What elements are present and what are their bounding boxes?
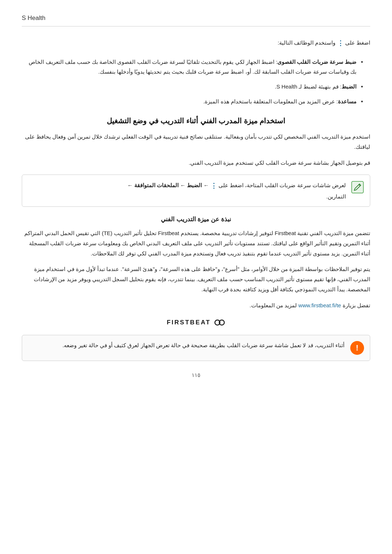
feature-list: ضبط سرعة ضربات القلب القصوى: اضبط الجهاز… — [22, 57, 370, 106]
firstbeat-link: www.firstbeat.fi/te — [298, 302, 341, 308]
list-item-help: مساعدة: عرض المزيد من المعلومات المتعلقة… — [22, 97, 363, 106]
page-container: S Health اضغط على ⋮ واستخدم الوظائف التا… — [0, 0, 392, 554]
warning-text-content: أثناء التدريب، قد لا تعمل شاشة سرعة ضربا… — [27, 340, 344, 350]
body-para-1: استخدم ميزة التدريب الفني المخصص لكي تتد… — [22, 132, 370, 152]
intro-section: اضغط على ⋮ واستخدم الوظائف التالية: — [22, 37, 370, 49]
keyword-settings: الضبط — [342, 83, 356, 90]
callout-box-screens: لعرض شاشات سرعة ضربات القلب المتاحة، اضغ… — [22, 175, 370, 207]
warning-box: ! أثناء التدريب، قد لا تعمل شاشة سرعة ضر… — [22, 335, 370, 361]
firstbeat-logo-section: FIRSTBEAT — [22, 317, 370, 328]
keyword-help: مساعدة — [338, 98, 356, 104]
firstbeat-logo-icon — [214, 317, 225, 328]
firstbeat-para-1: تتضمن ميزة التدريب الفني تقنية Firstbeat… — [22, 228, 370, 258]
dots-symbol: ⋮ — [337, 37, 344, 49]
callout-text-content: لعرض شاشات سرعة ضربات القلب المتاحة، اضغ… — [27, 180, 346, 201]
body-para-2: قم بتوصيل الجهاز بشاشة سرعة ضربات القلب … — [22, 158, 370, 168]
svg-rect-0 — [352, 181, 363, 193]
callout-dots: ⋮ — [211, 180, 217, 192]
list-item-settings: الضبط: قم بتهيئة لضبط لـ S Health. — [22, 82, 363, 91]
intro-suffix: واستخدم الوظائف التالية: — [278, 40, 336, 46]
callout-accessories-keyword: الملحقات المتوافقة — [134, 182, 179, 188]
intro-prefix: اضغط على — [345, 40, 370, 46]
keyword-heart-rate: ضبط سرعة ضربات القلب القصوى — [277, 59, 356, 65]
list-item-heart-rate: ضبط سرعة ضربات القلب القصوى: اضبط الجهاز… — [22, 57, 363, 77]
page-number: ١١٥ — [22, 372, 370, 378]
app-title: S Health — [22, 15, 45, 22]
warning-exclamation-icon: ! — [350, 340, 365, 356]
page-header: S Health — [22, 15, 370, 26]
firstbeat-para-2: يتم توفير الملاحظات بواسطة الميزة من خلا… — [22, 264, 370, 294]
firstbeat-logo-text: FIRSTBEAT — [167, 319, 211, 326]
sub-heading-firstbeat: نبذة عن ميزة التدريب الفني — [22, 216, 370, 223]
callout-settings-keyword: الضبط — [187, 182, 202, 188]
svg-text:!: ! — [356, 343, 358, 352]
firstbeat-para-3: تفضل بزيارة www.firstbeat.fi/te لمزيد من… — [22, 300, 370, 311]
pencil-icon — [350, 180, 365, 194]
main-section-heading: استخدام ميزة المدرب الفني أثناء التدريب … — [22, 116, 370, 125]
